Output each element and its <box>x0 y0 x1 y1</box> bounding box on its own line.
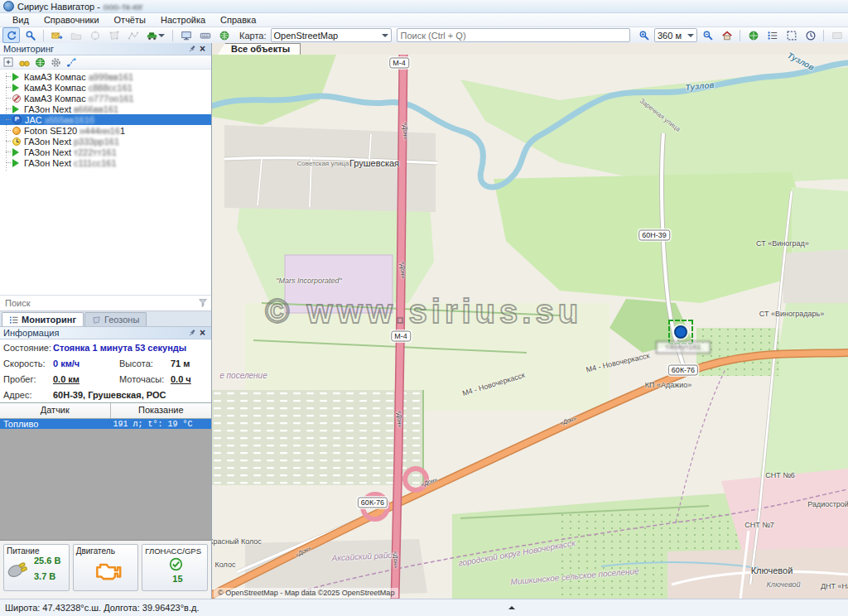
gear-icon[interactable] <box>51 57 61 68</box>
chevron-down-icon <box>687 34 694 41</box>
filter-icon[interactable] <box>198 298 208 308</box>
hours-label: Моточасы: <box>119 374 171 384</box>
tree-connector <box>6 76 11 77</box>
zoom-out-icon <box>702 30 714 41</box>
connection-status-button[interactable] <box>215 27 233 43</box>
geozone-polygon-button[interactable] <box>105 27 123 43</box>
zoom-level-combo[interactable]: 360 м <box>654 28 697 42</box>
vehicle-row[interactable]: КамАЗ Компасо777оо161 <box>0 93 211 103</box>
tree-connector <box>6 119 11 120</box>
tree-connector <box>6 87 11 88</box>
tree-connector <box>6 130 11 131</box>
vehicle-row[interactable]: КамАЗ Компасс888сс161 <box>0 82 211 93</box>
home-icon <box>721 30 733 41</box>
menu-bar: ВидСправочникиОтчётыНастройкаСправка <box>0 13 848 27</box>
vehicle-name: КамАЗ Компас <box>24 83 86 93</box>
power-gauge-label: Питание <box>7 546 66 556</box>
map-canvas[interactable] <box>212 55 848 599</box>
sensor-table-header: Датчик Показание <box>0 402 211 419</box>
sensor-value: 191 л; t°: 19 °C <box>113 420 211 429</box>
track-follow-button[interactable] <box>2 27 20 43</box>
close-icon: × <box>200 329 205 337</box>
globe-icon[interactable] <box>35 57 46 68</box>
speed-value: 0 км/ч <box>53 359 119 368</box>
globe-online-icon <box>219 30 230 41</box>
close-button[interactable]: × <box>197 328 208 338</box>
vehicle-status-icon-moving <box>12 84 19 92</box>
close-button[interactable]: × <box>197 44 208 54</box>
map-area[interactable]: Все объекты <box>212 43 848 599</box>
gps-satellite-count: 15 <box>172 574 182 584</box>
global-search-input[interactable] <box>397 28 631 42</box>
list-filter-input[interactable] <box>3 297 195 309</box>
binoculars-icon[interactable] <box>19 57 30 68</box>
tree-connector <box>6 141 11 142</box>
power-voltage-backup: 3.7 В <box>34 571 55 581</box>
monitoring-panel-title: Мониторинг <box>3 44 54 54</box>
polygon-tool-icon <box>108 30 120 41</box>
pin-button[interactable] <box>186 328 197 338</box>
zoom-search-button[interactable] <box>22 27 39 43</box>
hours-value[interactable]: 0.0 ч <box>171 374 208 384</box>
vehicle-menu-button[interactable] <box>143 27 168 43</box>
satellite-check-icon <box>169 557 183 571</box>
vehicle-name: КамАЗ Компас <box>24 72 86 82</box>
vehicle-row[interactable]: КамАЗ Компаса999вв161 <box>0 71 211 82</box>
select-area-button[interactable] <box>783 27 800 43</box>
sensor-col-value: Показание <box>111 403 211 418</box>
menu-item-Справочники[interactable]: Справочники <box>36 14 107 26</box>
map-source-button[interactable] <box>744 27 762 43</box>
status-bar: Широта: 47.43238°с.ш. Долгота: 39.96423°… <box>0 599 848 616</box>
map-select-combo[interactable]: OpenStreetMap <box>271 28 392 42</box>
zoom-in-icon <box>638 30 650 41</box>
menu-item-Вид[interactable]: Вид <box>5 14 36 26</box>
vehicle-row[interactable]: ГАЗон Nextв666вв161 <box>0 103 211 114</box>
list-icon <box>767 30 778 41</box>
vehicle-status-icon-moving <box>12 148 19 156</box>
coordinates-text: Широта: 47.43238°с.ш. Долгота: 39.96423°… <box>5 603 199 613</box>
vehicle-name: КамАЗ Компас <box>24 94 86 103</box>
monitor-panel-button[interactable] <box>177 27 195 43</box>
info-panel-title: Информация <box>3 328 59 338</box>
vehicle-row[interactable]: ГАЗон Nextт222тт161 <box>0 147 211 157</box>
geozone-polyline-button[interactable] <box>124 27 142 43</box>
send-report-button[interactable] <box>48 27 65 43</box>
vehicle-row[interactable]: Foton SE120н444нн161 <box>0 125 211 136</box>
menu-item-Настройка[interactable]: Настройка <box>153 14 213 26</box>
vehicle-plate: с888сс161 <box>89 83 132 93</box>
geozone-folder-button[interactable] <box>67 27 84 43</box>
map-tab-all-objects[interactable]: Все объекты <box>217 43 301 55</box>
close-icon: × <box>200 45 205 53</box>
zoom-out-button[interactable] <box>699 27 716 43</box>
pin-button[interactable] <box>186 44 197 54</box>
altitude-value: 71 м <box>171 359 208 368</box>
extra-panel-button[interactable] <box>828 27 846 43</box>
keyboard-button[interactable] <box>196 27 214 43</box>
vehicle-name: ГАЗон Next <box>24 158 71 168</box>
history-button[interactable] <box>802 27 819 43</box>
vehicle-status-icon-moving <box>12 159 19 167</box>
expand-all-button[interactable] <box>3 57 14 68</box>
menu-item-Отчёты[interactable]: Отчёты <box>107 14 153 26</box>
mileage-value[interactable]: 0.0 км <box>53 374 119 384</box>
tab-monitoring[interactable]: Мониторинг <box>2 312 84 326</box>
vehicle-row[interactable]: ГАЗон Nextс111сс161 <box>0 157 211 168</box>
vehicle-row[interactable]: JACэ555вв161б <box>0 114 211 125</box>
state-value: Стоянка 1 минута 53 секунды <box>53 343 208 353</box>
legend-button[interactable] <box>764 27 781 43</box>
folder-icon <box>70 30 82 41</box>
tab-geozones[interactable]: Геозоны <box>84 312 147 326</box>
vehicle-plate: н444нн16 <box>80 126 120 136</box>
window-title-masked: ооо-тк-юг <box>104 2 143 12</box>
tree-connector <box>6 108 11 109</box>
zoom-in-button[interactable] <box>635 27 653 43</box>
sensor-row[interactable]: Топливо191 л; t°: 19 °C <box>0 419 211 429</box>
statusbar-expand-icon[interactable] <box>508 603 515 609</box>
vehicle-row[interactable]: ГАЗон Nextр333рр161 <box>0 136 211 147</box>
sensor-col-name: Датчик <box>0 403 111 418</box>
geozone-circle-button[interactable] <box>86 27 104 43</box>
menu-item-Справка[interactable]: Справка <box>213 14 263 26</box>
home-view-button[interactable] <box>718 27 735 43</box>
route-icon[interactable] <box>66 57 77 68</box>
info-panel-header: Информация × <box>0 327 211 339</box>
